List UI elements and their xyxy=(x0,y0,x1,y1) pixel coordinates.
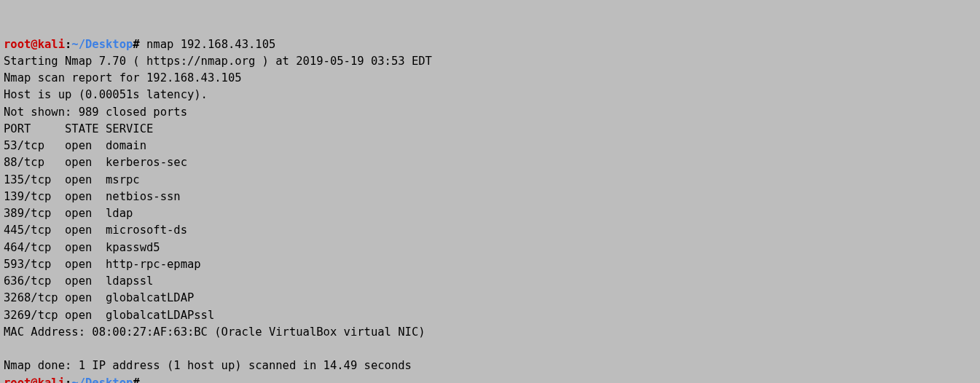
output-line: Host is up (0.00051s latency). xyxy=(4,88,208,101)
port-row: 389/tcp open ldap xyxy=(4,207,133,220)
prompt-path: ~/Desktop xyxy=(71,38,133,51)
prompt-colon: : xyxy=(65,38,71,51)
prompt-hash: # xyxy=(133,38,139,51)
port-row: 3269/tcp open globalcatLDAPssl xyxy=(4,309,214,322)
port-row: 593/tcp open http-rpc-epmap xyxy=(4,258,201,271)
output-line: Not shown: 989 closed ports xyxy=(4,106,187,119)
port-row: 3268/tcp open globalcatLDAP xyxy=(4,291,194,304)
output-line: Nmap scan report for 192.168.43.105 xyxy=(4,71,242,84)
output-line: MAC Address: 08:00:27:AF:63:BC (Oracle V… xyxy=(4,325,426,339)
prompt-user: root@kali xyxy=(4,376,65,384)
port-row: 464/tcp open kpasswd5 xyxy=(4,241,160,254)
output-line: Starting Nmap 7.70 ( https://nmap.org ) … xyxy=(4,55,432,68)
output-line: Nmap done: 1 IP address (1 host up) scan… xyxy=(4,359,412,372)
port-row: 53/tcp open domain xyxy=(4,139,146,152)
prompt-path: ~/Desktop xyxy=(71,376,133,384)
port-row: 636/tcp open ldapssl xyxy=(4,275,153,288)
port-row: 135/tcp open msrpc xyxy=(4,173,140,186)
port-row: 445/tcp open microsoft-ds xyxy=(4,224,187,237)
prompt-colon: : xyxy=(65,376,71,384)
port-header: PORT STATE SERVICE xyxy=(4,122,153,135)
command-text: nmap 192.168.43.105 xyxy=(140,38,276,51)
port-row: 139/tcp open netbios-ssn xyxy=(4,190,181,203)
port-row: 88/tcp open kerberos-sec xyxy=(4,156,187,169)
prompt-hash: # xyxy=(133,376,139,384)
prompt-user: root@kali xyxy=(4,38,65,51)
terminal-output[interactable]: root@kali:~/Desktop# nmap 192.168.43.105… xyxy=(4,36,976,384)
